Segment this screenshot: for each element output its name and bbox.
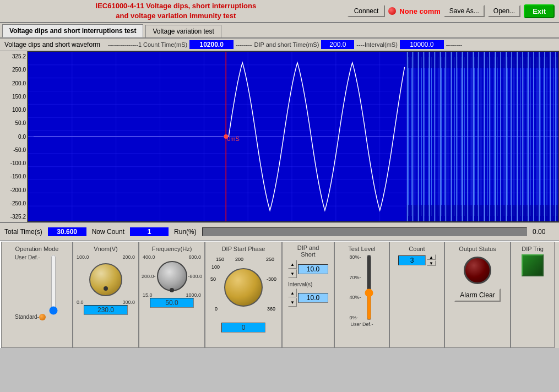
phase-150: 150 <box>216 257 224 262</box>
y-label-5: 50.0 <box>15 120 26 126</box>
chart-area: 325.2 250.0 200.0 150.0 100.0 50.0 0.0 -… <box>0 51 559 222</box>
freq-label-15: 15.0 <box>143 292 153 298</box>
test-level-slider[interactable] <box>363 254 375 320</box>
test-level-labels: 80%- 70%- 40%- 0%- <box>349 254 361 320</box>
dip-arrows2: ▲ ▼ <box>288 288 297 307</box>
connect-button[interactable]: Connect <box>348 5 386 17</box>
vnom-input[interactable] <box>84 305 128 315</box>
tab-voltage-variation[interactable]: Voltage variation test <box>145 25 221 37</box>
vnom-top-labels: 100.0 200.0 <box>77 254 135 260</box>
level-0: 0%- <box>349 315 361 320</box>
freq-bottom-labels: 15.0 1000.0 <box>143 292 201 298</box>
y-axis: 325.2 250.0 200.0 150.0 100.0 50.0 0.0 -… <box>0 51 28 222</box>
phase-200: 200 <box>235 257 243 262</box>
count-title: Count <box>409 246 425 252</box>
level-70: 70%- <box>349 275 361 280</box>
dashes3: -------- <box>446 41 462 48</box>
svg-point-26 <box>224 134 228 139</box>
status-bar: Total Time(s) 30.600 Now Count 1 Run(%) … <box>0 222 559 241</box>
count-down-btn[interactable]: ▼ <box>427 260 436 266</box>
test-level-content: 80%- 70%- 40%- 0%- <box>349 254 374 320</box>
dashes1: -------- <box>236 41 252 48</box>
dip-up-btn2[interactable]: ▲ <box>288 288 297 297</box>
y-label-0: 325.2 <box>12 53 26 59</box>
now-count-value: 1 <box>130 227 169 236</box>
save-as-button[interactable]: Save As... <box>444 5 485 17</box>
count-spinner: ▲ ▼ <box>398 254 436 266</box>
vnom-knob-dot <box>104 286 108 291</box>
freq-right-label: -800.0 <box>188 274 203 279</box>
phase-0: 0 <box>215 306 218 312</box>
dip-short-label: DIP and short Time(mS) <box>254 41 319 48</box>
vnom-section: Vnom(V) 100.0 200.0 0.0 300.0 <box>73 242 139 348</box>
y-label-6: 0.0 <box>18 134 26 140</box>
phase-100: 100 <box>211 264 220 270</box>
phase-250: 250 <box>266 257 274 262</box>
vnom-label-300: 300.0 <box>122 300 135 305</box>
tab-bar: Voltage dips and short interruptions tes… <box>0 23 559 39</box>
test-level-title: Test Level <box>348 246 376 252</box>
freq-label-600: 600.0 <box>188 254 201 260</box>
count-time-prefix: ---------------1 Count Time(mS) <box>108 41 187 48</box>
waveform-header: Voltage dips and short waveform --------… <box>0 39 559 51</box>
y-label-9: -150.0 <box>10 173 26 179</box>
dip-trig-section: DIP Trig <box>511 242 555 348</box>
y-label-10: -200.0 <box>10 187 26 193</box>
phase-50: 50 <box>210 276 216 282</box>
dip-value-input2[interactable] <box>298 293 328 303</box>
run-value: 0.00 <box>533 228 555 236</box>
op-mode-labels: User Def.- Standard- <box>15 254 46 320</box>
title-line1: IEC61000-4-11 Voltage dips, short interr… <box>96 2 257 10</box>
waveform-chart: 0mS <box>28 51 559 222</box>
level-80: 80%- <box>349 254 361 260</box>
freq-label-1000: 1000.0 <box>186 292 201 298</box>
dip-value-input1[interactable] <box>298 264 328 274</box>
vnom-label-200: 200.0 <box>122 254 135 260</box>
dip-down-btn2[interactable]: ▼ <box>288 298 297 307</box>
dip-trig-title: DIP Trig <box>522 246 544 252</box>
dip-input-group: ▲ ▼ Interval(s) ▲ ▼ <box>288 260 328 307</box>
op-mode-slider-wrapper: User Def.- Standard- <box>15 254 59 320</box>
dip-short-title: DIP andShort <box>297 244 319 258</box>
open-button[interactable]: Open... <box>488 5 520 17</box>
y-label-2: 200.0 <box>12 80 26 86</box>
dip-phase-knob[interactable] <box>224 268 263 307</box>
dip-phase-title: DIP Start Phase <box>222 246 265 252</box>
count-arrows: ▲ ▼ <box>427 254 436 266</box>
freq-input[interactable] <box>150 298 194 308</box>
operation-mode-section: Operation Mode User Def.- Standard- <box>1 242 73 348</box>
y-label-12: -325.2 <box>10 214 26 220</box>
test-level-section: Test Level 80%- 70%- 40%- 0%- User Def.- <box>334 242 389 348</box>
phase-n300: -300 <box>267 276 276 282</box>
y-label-11: -250.0 <box>10 200 26 206</box>
standard-dot <box>39 314 46 320</box>
count-up-btn[interactable]: ▲ <box>427 254 436 260</box>
dip-down-btn1[interactable]: ▼ <box>288 269 297 278</box>
exit-button[interactable]: Exit <box>524 4 555 18</box>
interval-value: 10000.0 <box>400 40 444 49</box>
waveform-svg: 0mS <box>28 52 558 221</box>
dip-up-btn1[interactable]: ▲ <box>288 260 297 269</box>
y-label-8: -100.0 <box>10 160 26 166</box>
interval-label: Interval(s) <box>288 281 328 287</box>
dip-field-row2: ▲ ▼ <box>288 288 328 307</box>
vnom-knob[interactable] <box>89 263 122 296</box>
dip-phase-section: DIP Start Phase 150 200 100 250 50 -300 … <box>205 242 282 348</box>
control-panel: Operation Mode User Def.- Standard- Vnom… <box>0 241 559 348</box>
dip-trig-button[interactable] <box>522 254 544 276</box>
tab-voltage-dips[interactable]: Voltage dips and short interruptions tes… <box>2 24 143 37</box>
run-label: Run(%) <box>174 228 197 236</box>
dashes2: ----Interval(mS) <box>356 41 398 48</box>
level-40: 40%- <box>349 295 361 300</box>
dip-short-value: 200.0 <box>321 40 354 49</box>
alarm-clear-button[interactable]: Alarm Clear <box>454 288 500 302</box>
user-def-level: User Def.- <box>350 322 373 327</box>
op-mode-slider[interactable] <box>48 254 59 315</box>
freq-knob[interactable] <box>157 261 187 291</box>
app-header: IEC61000-4-11 Voltage dips, short interr… <box>0 0 559 23</box>
dip-phase-input[interactable] <box>221 323 265 333</box>
freq-mid: 200.0- -800.0 <box>142 260 202 292</box>
standard-label: Standard- <box>15 314 46 320</box>
output-section: Output Status Alarm Clear <box>444 242 511 348</box>
count-input[interactable] <box>398 255 426 265</box>
